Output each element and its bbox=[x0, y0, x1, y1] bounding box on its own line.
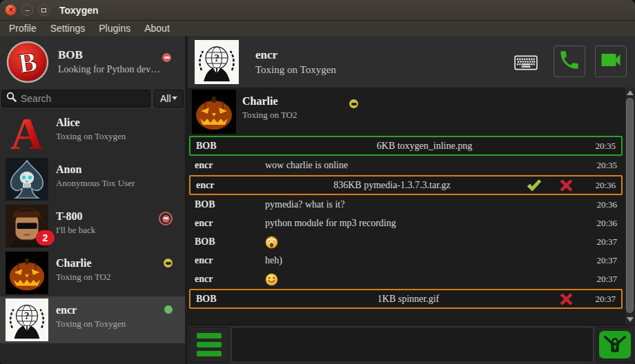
menu-about[interactable]: About bbox=[137, 21, 177, 35]
astonished-smiley-emoji bbox=[265, 236, 278, 249]
maximize-icon[interactable] bbox=[38, 4, 50, 16]
accept-file-button[interactable] bbox=[525, 178, 543, 193]
phone-icon bbox=[558, 48, 581, 74]
file-label: 1KB spinner.gif bbox=[266, 294, 550, 305]
message-time: 20:37 bbox=[584, 236, 623, 247]
send-lock-icon bbox=[599, 331, 631, 358]
message-time: 20:35 bbox=[583, 141, 621, 152]
titlebar: ✕ – Toxygen bbox=[0, 0, 635, 21]
left-panel: B BOB Looking for Python dev… Al bbox=[0, 36, 185, 364]
peer-banner-charlie: Charlie Toxing on TO2 bbox=[192, 90, 624, 134]
message-sender: BOB bbox=[196, 141, 266, 152]
window-title: Toxygen bbox=[59, 5, 99, 16]
message-sender: encr bbox=[196, 180, 266, 191]
message-sender: encr bbox=[195, 274, 265, 285]
unread-count-badge: 2 bbox=[36, 230, 55, 245]
search-row: All bbox=[0, 88, 185, 109]
message-sender: BOB bbox=[195, 236, 265, 247]
chat-message: encr bbox=[189, 270, 623, 288]
svg-text:?: ? bbox=[214, 52, 219, 63]
busy-status-icon bbox=[159, 212, 173, 225]
contact-name: Alice bbox=[56, 117, 126, 129]
contact-row-encr[interactable]: ? encr Toxing on Toxygen bbox=[0, 296, 185, 343]
filter-value: All bbox=[160, 93, 171, 104]
contact-status-message: I'll be back bbox=[56, 225, 95, 236]
contact-row-charlie[interactable]: Charlie Toxing on TO2 bbox=[0, 250, 185, 296]
file-transfer-row: BOB 1KB spinner.gif 20:37 bbox=[189, 289, 623, 309]
menu-plugins[interactable]: Plugins bbox=[92, 21, 137, 35]
self-name: BOB bbox=[58, 48, 160, 62]
send-button[interactable] bbox=[596, 327, 634, 363]
message-text: wow charlie is online bbox=[265, 160, 584, 171]
svg-text:A: A bbox=[10, 111, 43, 154]
online-status-icon bbox=[164, 305, 173, 314]
attachments-menu-button[interactable] bbox=[189, 327, 228, 363]
message-sender: encr bbox=[195, 255, 265, 266]
audio-call-button[interactable] bbox=[554, 46, 585, 77]
message-sender: BOB bbox=[195, 199, 265, 210]
message-time: 20:36 bbox=[584, 199, 623, 210]
search-box[interactable] bbox=[1, 90, 150, 108]
contact-status-message: Toxing on Toxygen bbox=[56, 318, 126, 330]
message-time: 20:36 bbox=[583, 180, 621, 191]
hamburger-icon bbox=[197, 333, 222, 356]
search-input[interactable] bbox=[21, 93, 146, 104]
self-status-message: Looking for Python dev… bbox=[58, 64, 160, 75]
encr-avatar: ? bbox=[195, 40, 239, 84]
contact-name: Anon bbox=[56, 163, 135, 176]
decline-file-button[interactable] bbox=[558, 292, 575, 307]
self-profile[interactable]: B BOB Looking for Python dev… bbox=[0, 36, 185, 88]
menubar: Profile Settings Plugins About bbox=[0, 21, 635, 36]
charlie-avatar bbox=[192, 90, 236, 134]
message-text: pymedia? what is it? bbox=[265, 199, 584, 210]
video-camera-icon bbox=[598, 48, 623, 75]
contact-row-t800[interactable]: T-800 I'll be back 2 bbox=[0, 203, 185, 250]
contact-row-anon[interactable]: Anon Anonymous Tox User bbox=[0, 156, 185, 203]
close-icon[interactable]: ✕ bbox=[5, 4, 17, 16]
chat-panel: ? encr Toxing on Toxygen bbox=[188, 36, 635, 364]
composer bbox=[188, 325, 635, 364]
search-icon bbox=[6, 92, 17, 105]
anon-avatar bbox=[6, 158, 48, 201]
message-sender: encr bbox=[195, 218, 265, 229]
contact-filter-dropdown[interactable]: All bbox=[154, 90, 184, 108]
message-sender: encr bbox=[195, 160, 265, 171]
contact-list: A Alice Toxing on Toxygen bbox=[0, 109, 185, 364]
decline-file-button[interactable] bbox=[558, 178, 575, 193]
active-chat-header: ? encr Toxing on Toxygen bbox=[188, 36, 635, 88]
svg-text:?: ? bbox=[24, 310, 29, 321]
peer-status-message: Toxing on Toxygen bbox=[255, 64, 336, 76]
smiling-smiley-emoji bbox=[265, 273, 278, 286]
peer-name: encr bbox=[255, 48, 336, 62]
chat-message: encr wow charlie is online 20:35 bbox=[189, 156, 623, 174]
message-input[interactable] bbox=[231, 327, 594, 363]
message-time: 20:36 bbox=[584, 218, 623, 229]
file-label: 836KB pymedia-1.3.7.3.tar.gz bbox=[266, 180, 518, 191]
contact-name: encr bbox=[56, 304, 126, 316]
contact-row-alice[interactable]: A Alice Toxing on Toxygen bbox=[0, 109, 185, 156]
contact-status-message: Toxing on Toxygen bbox=[56, 131, 126, 142]
minimize-icon[interactable]: – bbox=[21, 4, 33, 16]
charlie-avatar bbox=[6, 252, 48, 294]
scrollbar-thumb[interactable] bbox=[626, 98, 634, 313]
menu-settings[interactable]: Settings bbox=[43, 21, 92, 35]
video-call-button[interactable] bbox=[595, 46, 627, 77]
alice-avatar: A bbox=[6, 111, 48, 154]
away-status-icon bbox=[164, 259, 173, 267]
message-sender: BOB bbox=[196, 294, 266, 305]
contact-status-message: Toxing on TO2 bbox=[56, 272, 111, 283]
file-transfer-row: encr 836KB pymedia-1.3.7.3.tar.gz 20:36 bbox=[189, 175, 623, 195]
chat-body: Charlie Toxing on TO2 BOB 6KB toxygen_in… bbox=[188, 88, 635, 325]
contact-name: T-800 bbox=[56, 210, 95, 223]
encr-avatar: ? bbox=[6, 299, 48, 341]
busy-status-icon[interactable] bbox=[162, 53, 171, 62]
banner-status-message: Toxing on TO2 bbox=[242, 110, 297, 121]
message-time: 20:35 bbox=[584, 160, 623, 171]
chat-scrollbar[interactable] bbox=[624, 88, 635, 325]
scroll-down-icon[interactable] bbox=[627, 317, 634, 322]
message-text: heh) bbox=[265, 255, 584, 266]
menu-profile[interactable]: Profile bbox=[2, 21, 43, 35]
keyboard-icon[interactable] bbox=[514, 55, 538, 70]
chat-message: encr python module for mp3 recording 20:… bbox=[189, 214, 623, 232]
scroll-up-icon[interactable] bbox=[627, 90, 634, 95]
